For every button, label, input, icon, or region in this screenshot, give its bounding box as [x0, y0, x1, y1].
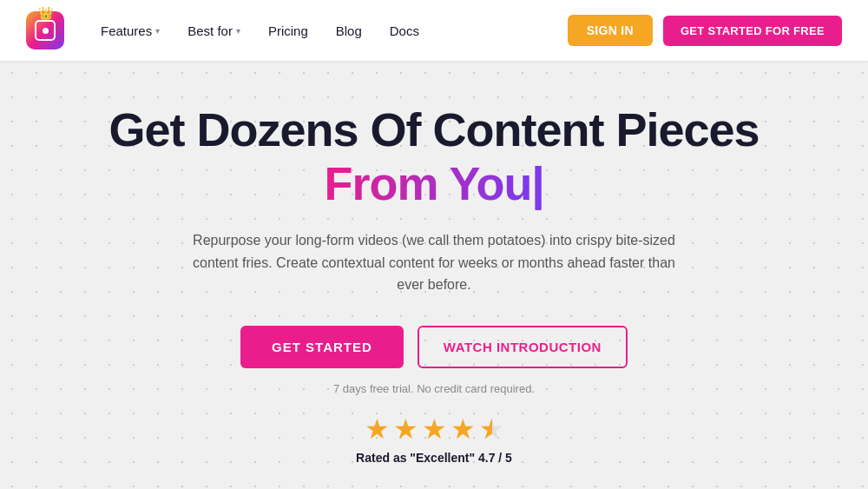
hero-section: Get Dozens Of Content Pieces From You| R…	[0, 61, 868, 489]
hero-cursor: |	[531, 157, 543, 209]
chevron-down-icon: ▾	[155, 26, 160, 36]
signin-button[interactable]: SIGN IN	[568, 15, 653, 46]
star-3: ★	[422, 413, 447, 446]
nav-features[interactable]: Features ▾	[90, 17, 170, 45]
rating-label: Rated as "Excellent" 4.7 / 5	[356, 451, 512, 465]
logo-icon: 👑	[26, 11, 64, 50]
logo[interactable]: 👑	[26, 11, 64, 50]
nav-pricing[interactable]: Pricing	[258, 17, 319, 45]
star-1: ★	[365, 413, 390, 446]
watch-intro-button[interactable]: WATCH INTRODUCTION	[418, 326, 628, 368]
star-5-half: ★ ★	[479, 413, 504, 446]
hero-subtitle: Repurpose your long-form videos (we call…	[191, 229, 677, 296]
star-rating: ★ ★ ★ ★ ★ ★	[365, 413, 504, 446]
hero-cta-buttons: GET STARTED WATCH INTRODUCTION	[240, 326, 628, 368]
get-started-nav-button[interactable]: GET STARTED FOR FREE	[663, 16, 842, 46]
hero-title-line1: Get Dozens Of Content Pieces From You|	[108, 104, 759, 212]
get-started-hero-button[interactable]: GET STARTED	[240, 326, 404, 368]
navbar: 👑 Features ▾ Best for ▾ Pricing Blog Doc…	[0, 0, 868, 61]
trial-text: 7 days free trial. No credit card requir…	[333, 382, 535, 395]
nav-docs[interactable]: Docs	[379, 17, 430, 45]
nav-action-buttons: SIGN IN GET STARTED FOR FREE	[568, 15, 842, 46]
nav-best-for[interactable]: Best for ▾	[177, 17, 251, 45]
hero-title-gradient: From You	[324, 157, 531, 209]
rating-section: ★ ★ ★ ★ ★ ★ Rated as "Excellent" 4.7 / 5	[356, 413, 512, 465]
star-2: ★	[393, 413, 418, 446]
chevron-down-icon: ▾	[236, 26, 240, 36]
nav-links: Features ▾ Best for ▾ Pricing Blog Docs	[90, 17, 568, 45]
star-4: ★	[450, 413, 476, 446]
crown-icon: 👑	[38, 6, 53, 20]
nav-blog[interactable]: Blog	[326, 17, 372, 45]
